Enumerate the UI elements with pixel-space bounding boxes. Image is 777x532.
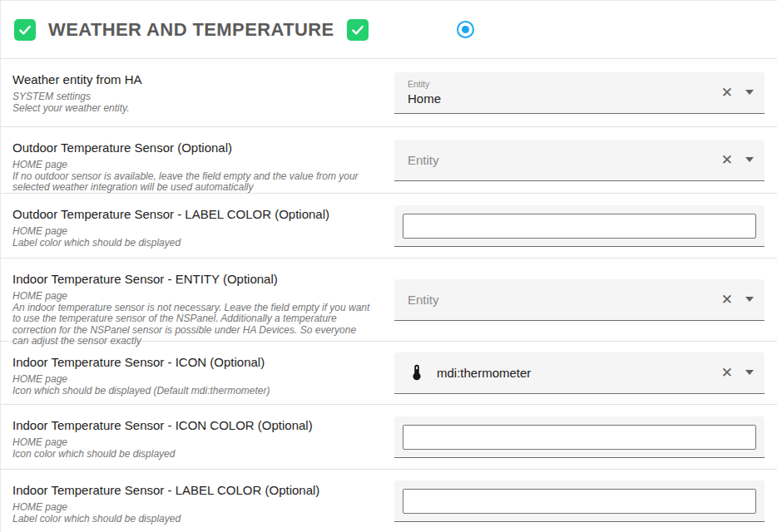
- row-title: Indoor Temperature Sensor - ICON (Option…: [12, 355, 374, 369]
- field-placeholder: Entity: [408, 279, 439, 320]
- section-secondary-checkbox[interactable]: [347, 19, 369, 41]
- section-title: WEATHER AND TEMPERATURE: [48, 19, 334, 41]
- clear-icon[interactable]: ✕: [721, 366, 733, 380]
- thermometer-icon: [408, 363, 426, 382]
- row-description: Icon which should be displayed (Default …: [12, 386, 374, 397]
- field-placeholder: Entity: [408, 140, 439, 180]
- weather-entity-select[interactable]: Entity Home ✕: [394, 72, 765, 114]
- chevron-down-icon[interactable]: [745, 90, 754, 95]
- setting-row-weather-entity: Weather entity from HA SYSTEM settings S…: [1, 59, 777, 127]
- clear-icon[interactable]: ✕: [721, 293, 733, 307]
- indoor-temp-entity-select[interactable]: Entity ✕: [394, 279, 765, 321]
- radio-dot: [462, 26, 469, 33]
- clear-icon[interactable]: ✕: [721, 86, 733, 100]
- indoor-icon-color-field: [394, 416, 765, 458]
- setting-row-indoor-icon: Indoor Temperature Sensor - ICON (Option…: [1, 342, 777, 405]
- row-title: Indoor Temperature Sensor - LABEL COLOR …: [12, 483, 374, 497]
- row-description: Label color which should be displayed: [12, 238, 374, 249]
- row-title: Outdoor Temperature Sensor (Optional): [12, 140, 374, 155]
- row-description: Select your weather entity.: [12, 103, 374, 115]
- row-title: Weather entity from HA: [12, 72, 374, 86]
- chevron-down-icon[interactable]: [745, 370, 754, 375]
- row-description: Label color which should be displayed: [12, 514, 374, 525]
- indoor-label-color-input[interactable]: [403, 489, 756, 514]
- chevron-down-icon[interactable]: [745, 297, 754, 302]
- outdoor-label-color-field: [394, 205, 765, 247]
- outdoor-label-color-input[interactable]: [403, 214, 756, 239]
- indoor-icon-color-input[interactable]: [403, 425, 756, 450]
- row-title: Indoor Temperature Sensor - ICON COLOR (…: [12, 418, 374, 432]
- setting-row-outdoor-label-color: Outdoor Temperature Sensor - LABEL COLOR…: [1, 194, 777, 259]
- section-radio-button[interactable]: [457, 21, 474, 38]
- outdoor-temp-entity-select[interactable]: Entity ✕: [394, 140, 765, 181]
- setting-row-indoor-label-color: Indoor Temperature Sensor - LABEL COLOR …: [1, 470, 777, 532]
- check-icon: [350, 22, 365, 37]
- setting-row-indoor-temp-entity: Indoor Temperature Sensor - ENTITY (Opti…: [1, 259, 777, 342]
- row-title: Indoor Temperature Sensor - ENTITY (Opti…: [12, 272, 374, 286]
- row-context: HOME page: [12, 226, 374, 238]
- section-enabled-checkbox[interactable]: [14, 19, 36, 41]
- chevron-down-icon[interactable]: [745, 157, 754, 162]
- indoor-label-color-field: [394, 480, 765, 522]
- row-title: Outdoor Temperature Sensor - LABEL COLOR…: [12, 207, 374, 221]
- row-context: HOME page: [12, 437, 374, 449]
- clear-icon[interactable]: ✕: [721, 153, 733, 167]
- section-header: WEATHER AND TEMPERATURE: [1, 1, 777, 59]
- setting-row-outdoor-temp-entity: Outdoor Temperature Sensor (Optional) HO…: [1, 127, 777, 194]
- row-context: HOME page: [12, 502, 374, 514]
- weather-temperature-settings-page: WEATHER AND TEMPERATURE Weather entity f…: [0, 0, 777, 532]
- row-context: HOME page: [12, 160, 374, 171]
- row-description: Icon color which should be displayed: [12, 449, 374, 461]
- setting-row-indoor-icon-color: Indoor Temperature Sensor - ICON COLOR (…: [1, 405, 777, 470]
- row-context: SYSTEM settings: [12, 91, 374, 103]
- field-label: Entity: [408, 79, 429, 89]
- row-context: HOME page: [12, 374, 374, 386]
- selected-value: Home: [408, 91, 441, 106]
- indoor-icon-select[interactable]: mdi:thermometer ✕: [394, 352, 765, 394]
- row-description: If no outdoor sensor is available, leave…: [12, 171, 374, 194]
- row-description: An indoor temperature sensor is not nece…: [12, 303, 374, 347]
- row-context: HOME page: [12, 291, 374, 303]
- check-icon: [17, 22, 32, 37]
- selected-value: mdi:thermometer: [437, 366, 531, 380]
